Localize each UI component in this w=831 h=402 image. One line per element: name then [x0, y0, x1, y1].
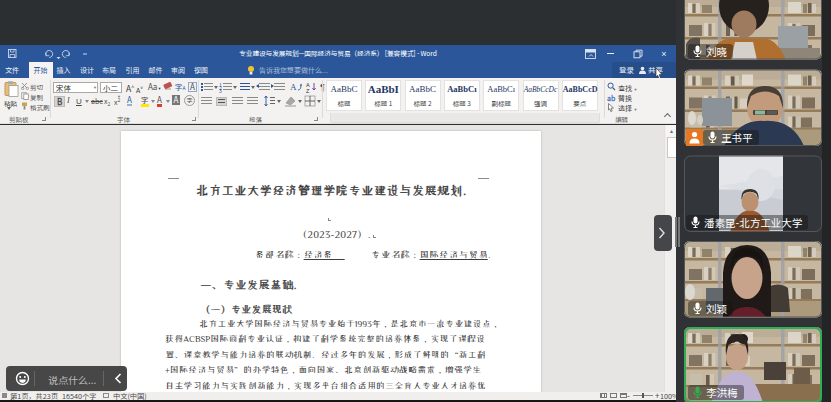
- svg-text:A: A: [290, 82, 297, 92]
- svg-text:Z: Z: [306, 88, 310, 94]
